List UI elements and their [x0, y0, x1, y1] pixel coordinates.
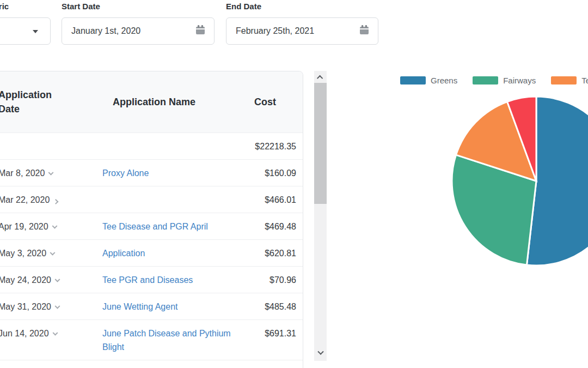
vertical-scrollbar[interactable] [314, 71, 327, 361]
legend-item[interactable]: Greens [400, 76, 457, 85]
application-name-cell: Tee Disease and PGR April [102, 213, 233, 239]
scroll-down-button[interactable] [314, 348, 327, 359]
application-name-link[interactable]: Application [102, 249, 145, 258]
legend-item[interactable]: Fairways [473, 76, 536, 85]
table-row: Jun 14, 2020 June Patch Disease and Pyth… [0, 319, 303, 360]
application-name-cell: Wetting Agent July [102, 360, 233, 368]
application-date: May 24, 2020 [0, 275, 51, 285]
application-date-cell[interactable]: May 31, 2020 [0, 293, 102, 319]
expander-icon[interactable] [50, 250, 56, 256]
application-cost: $620.81 [233, 239, 303, 266]
expander-icon[interactable] [55, 304, 60, 309]
legend-item[interactable]: Tees [551, 76, 588, 85]
application-name-link[interactable]: Tee Disease and PGR April [102, 222, 208, 231]
table-header-row: Application Date Application Name Cost [0, 71, 303, 132]
application-name-cell: June Wetting Agent [102, 293, 233, 319]
cost-pie-chart [451, 95, 588, 267]
metric-label: Metric [0, 2, 9, 11]
end-date-label: End Date [226, 2, 261, 11]
expander-icon[interactable] [53, 199, 59, 204]
column-header-application-date[interactable]: Application Date [0, 71, 102, 132]
table-row: Apr 19, 2020 Tee Disease and PGR April $… [0, 213, 303, 239]
application-date-cell[interactable]: May 3, 2020 [0, 239, 102, 266]
start-date-input[interactable]: January 1st, 2020 [62, 17, 215, 45]
end-date-input[interactable]: February 25th, 2021 [226, 17, 378, 45]
applications-table: Application Date Application Name Cost $… [0, 71, 303, 368]
total-date-cell [0, 132, 102, 159]
legend-swatch [551, 76, 577, 85]
application-cost: $160.09 [233, 159, 303, 186]
legend-label: Tees [581, 76, 588, 85]
application-name-link[interactable]: Proxy Alone [102, 168, 149, 178]
total-cost: $22218.35 [233, 132, 303, 159]
table-row: Jun 29, 2020 Wetting Agent July $408.38 [0, 360, 303, 368]
scrollbar-thumb[interactable] [314, 83, 327, 204]
scroll-up-button[interactable] [314, 72, 327, 83]
total-name-cell [102, 132, 233, 159]
application-name-link[interactable]: Tee PGR and Diseases [102, 275, 193, 285]
start-date-value: January 1st, 2020 [71, 26, 140, 36]
legend-swatch [473, 76, 498, 85]
application-date: Mar 8, 2020 [0, 168, 45, 178]
application-cost: $408.38 [233, 360, 303, 368]
application-cost: $70.96 [233, 266, 303, 293]
metric-select[interactable] [0, 17, 51, 45]
application-cost: $466.01 [233, 186, 303, 213]
table-body: $22218.35 Mar 8, 2020 Proxy Alone $160.0… [0, 132, 303, 368]
application-date-cell[interactable]: Jun 29, 2020 [0, 360, 102, 368]
application-date: Apr 19, 2020 [0, 222, 48, 231]
application-date: May 3, 2020 [0, 249, 46, 258]
application-name-link[interactable]: June Patch Disease and Pythium Blight [102, 329, 231, 352]
table-row: May 3, 2020 Application $620.81 [0, 239, 303, 266]
application-date-cell[interactable]: Mar 8, 2020 [0, 159, 102, 186]
application-date: Jun 14, 2020 [0, 329, 49, 338]
legend-swatch [400, 76, 426, 85]
application-cost: $691.31 [233, 319, 303, 360]
application-date-cell[interactable]: Apr 19, 2020 [0, 213, 102, 239]
table-row: May 24, 2020 Tee PGR and Diseases $70.96 [0, 266, 303, 293]
table-row: Mar 8, 2020 Proxy Alone $160.09 [0, 159, 303, 186]
expander-icon[interactable] [55, 277, 60, 282]
application-name-cell [102, 186, 233, 213]
application-name-cell: June Patch Disease and Pythium Blight [102, 319, 233, 360]
start-date-label: Start Date [62, 2, 100, 11]
calendar-icon[interactable] [358, 24, 370, 38]
application-name-cell: Application [102, 239, 233, 266]
application-name-cell: Proxy Alone [102, 159, 233, 186]
chevron-down-icon [317, 349, 323, 355]
application-date: Mar 22, 2020 [0, 195, 50, 204]
expander-icon[interactable] [48, 170, 54, 176]
chevron-up-icon [316, 75, 322, 81]
legend-label: Greens [431, 76, 457, 85]
table-row: May 31, 2020 June Wetting Agent $485.48 [0, 293, 303, 319]
application-date-cell[interactable]: Mar 22, 2020 [0, 186, 102, 213]
column-header-application-name[interactable]: Application Name [102, 71, 233, 132]
end-date-value: February 25th, 2021 [236, 26, 314, 36]
expander-icon[interactable] [52, 224, 57, 229]
column-header-cost[interactable]: Cost [233, 71, 303, 132]
application-cost: $485.48 [233, 293, 303, 319]
chart-legend: Greens Fairways Tees [400, 76, 588, 85]
application-date-cell[interactable]: Jun 14, 2020 [0, 319, 102, 360]
page: Metric Start Date January 1st, 2020 End … [0, 0, 588, 368]
calendar-icon[interactable] [194, 24, 206, 38]
application-cost: $469.48 [233, 213, 303, 239]
total-row: $22218.35 [0, 132, 303, 159]
application-name-link[interactable]: June Wetting Agent [102, 302, 177, 311]
caret-down-icon [33, 30, 38, 33]
application-date-cell[interactable]: May 24, 2020 [0, 266, 102, 293]
application-name-cell: Tee PGR and Diseases [102, 266, 233, 293]
application-date: May 31, 2020 [0, 302, 51, 311]
expander-icon[interactable] [52, 330, 58, 336]
table-row: Mar 22, 2020 $466.01 [0, 186, 303, 213]
legend-label: Fairways [503, 76, 536, 85]
